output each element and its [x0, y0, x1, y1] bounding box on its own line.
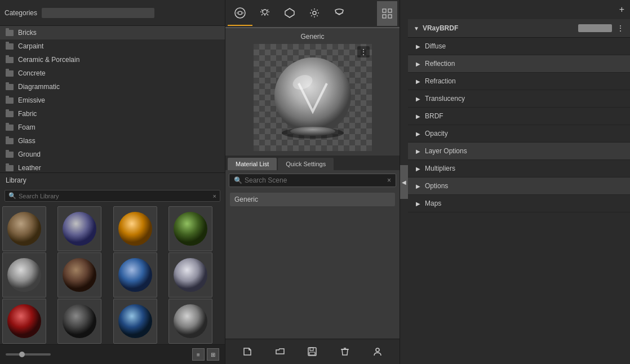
prop-multipliers[interactable]: ▶ Multipliers	[408, 160, 630, 177]
library-search-input[interactable]	[19, 193, 213, 199]
prop-reflection[interactable]: ▶ Reflection	[408, 55, 630, 73]
scene-content: Generic	[225, 190, 400, 339]
close-search-icon[interactable]: ×	[387, 176, 391, 184]
toolbar-btn-light[interactable]	[252, 1, 277, 26]
toolbar-btn-render[interactable]	[327, 1, 352, 26]
material-item-10[interactable]	[57, 299, 101, 344]
material-item-1[interactable]	[2, 206, 46, 251]
category-item-foam[interactable]: Foam	[0, 121, 225, 134]
prop-label: Options	[425, 182, 448, 190]
toolbar-last-btn[interactable]	[377, 1, 397, 26]
prop-label: Reflection	[425, 60, 455, 68]
category-item-leather[interactable]: Leather	[0, 161, 225, 172]
toolbar-btn-material[interactable]	[228, 1, 252, 26]
library-search-bar[interactable]: 🔍 ×	[5, 190, 220, 202]
prop-label: Maps	[425, 199, 441, 207]
vray-color-preview	[578, 24, 612, 32]
prop-label: Layer Options	[425, 147, 467, 155]
folder-icon	[6, 84, 14, 90]
material-item-4[interactable]	[168, 206, 212, 251]
toolbar-btn-geometry[interactable]	[277, 1, 302, 26]
search-icon: 🔍	[234, 176, 242, 184]
material-item-12[interactable]	[168, 299, 212, 344]
toolbar-btn-settings[interactable]	[302, 1, 327, 26]
svg-point-27	[376, 348, 379, 352]
vray-expand-arrow[interactable]: ▼	[414, 25, 419, 32]
vray-menu-button[interactable]: ⋮	[616, 24, 624, 33]
prop-opacity[interactable]: ▶ Opacity	[408, 125, 630, 143]
category-label: Ground	[18, 150, 41, 158]
category-label: Foam	[18, 123, 36, 131]
svg-point-10	[118, 304, 152, 338]
category-item-diagrammatic[interactable]: Diagrammatic	[0, 80, 225, 94]
prop-maps[interactable]: ▶ Maps	[408, 195, 630, 212]
material-item-6[interactable]	[57, 252, 101, 298]
expand-icon: ▶	[416, 183, 420, 189]
prop-layer-options[interactable]: ▶ Layer Options	[408, 143, 630, 160]
category-label: Concrete	[18, 69, 46, 77]
category-item-emissive[interactable]: Emissive	[0, 94, 225, 107]
folder-icon	[6, 97, 14, 104]
category-item-carpaint[interactable]: Carpaint	[0, 39, 225, 53]
tab-material-list[interactable]: Material List	[228, 158, 277, 170]
svg-rect-26	[309, 352, 315, 355]
assign-material-button[interactable]	[370, 344, 385, 359]
category-label: Fabric	[18, 110, 37, 118]
material-item-2[interactable]	[57, 206, 101, 251]
vray-brdf-title: VRayBRDF	[423, 24, 578, 32]
svg-point-5	[63, 258, 96, 292]
material-item-3[interactable]	[113, 206, 157, 251]
expand-icon: ▶	[416, 78, 420, 85]
add-button[interactable]: +	[619, 5, 624, 15]
material-item-7[interactable]	[113, 252, 157, 298]
svg-point-22	[290, 127, 335, 136]
prop-translucency[interactable]: ▶ Translucency	[408, 90, 630, 108]
category-item-fabric[interactable]: Fabric	[0, 107, 225, 121]
svg-point-15	[313, 11, 316, 15]
scene-search-input[interactable]	[245, 176, 387, 184]
scene-item-generic[interactable]: Generic	[230, 193, 395, 206]
svg-point-8	[7, 304, 41, 338]
prop-label: Opacity	[425, 130, 448, 137]
delete-material-button[interactable]	[337, 344, 353, 359]
folder-icon	[6, 125, 14, 131]
vray-brdf-header: ▼ VRayBRDF ⋮	[408, 19, 630, 38]
material-item-5[interactable]	[2, 252, 46, 298]
category-item-ceramic[interactable]: Ceramic & Porcelain	[0, 53, 225, 66]
slider-thumb	[19, 352, 25, 357]
material-item-8[interactable]	[168, 252, 212, 298]
list-view-button[interactable]: ≡	[192, 348, 205, 361]
preview-area: Generic	[225, 28, 400, 156]
slider-track[interactable]	[6, 353, 51, 356]
tabs-bar: Material List Quick Settings	[225, 156, 400, 170]
svg-point-6	[118, 258, 152, 292]
scene-search-bar[interactable]: 🔍 ×	[229, 174, 396, 187]
collapse-arrow[interactable]: ◀	[400, 165, 408, 199]
folder-icon	[6, 152, 14, 158]
category-item-bricks[interactable]: Bricks	[0, 26, 225, 39]
prop-diffuse[interactable]: ▶ Diffuse	[408, 38, 630, 55]
expand-icon: ▶	[416, 148, 420, 154]
library-label: Library	[6, 176, 26, 184]
prop-brdf[interactable]: ▶ BRDF	[408, 108, 630, 125]
open-material-button[interactable]	[272, 344, 288, 359]
svg-rect-17	[388, 9, 392, 12]
material-item-11[interactable]	[113, 299, 157, 344]
grid-view-button[interactable]: ⊞	[207, 348, 219, 361]
prop-refraction[interactable]: ▶ Refraction	[408, 73, 630, 90]
category-item-ground[interactable]: Ground	[0, 148, 225, 161]
middle-panel: Generic	[225, 0, 400, 364]
preview-menu-button[interactable]: ⋮	[357, 46, 370, 57]
folder-icon	[6, 70, 14, 77]
prop-options[interactable]: ▶ Options	[408, 177, 630, 195]
zoom-slider[interactable]	[6, 353, 51, 356]
search-icon: 🔍	[8, 192, 16, 199]
close-icon[interactable]: ×	[213, 193, 216, 199]
category-item-concrete[interactable]: Concrete	[0, 66, 225, 80]
new-material-button[interactable]	[239, 344, 255, 359]
tab-quick-settings[interactable]: Quick Settings	[278, 158, 334, 170]
category-label: Bricks	[18, 29, 37, 37]
save-material-button[interactable]	[304, 344, 320, 359]
category-item-glass[interactable]: Glass	[0, 134, 225, 148]
material-item-9[interactable]	[2, 299, 46, 344]
